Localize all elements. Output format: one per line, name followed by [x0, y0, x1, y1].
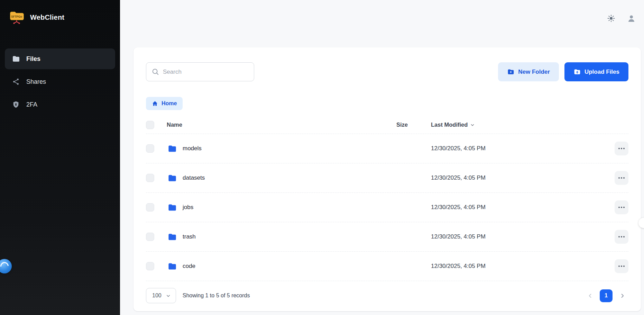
folder-icon: [167, 262, 177, 271]
row-checkbox[interactable]: [146, 174, 154, 182]
folder-icon: [167, 232, 177, 242]
file-name[interactable]: models: [183, 145, 202, 152]
new-folder-label: New Folder: [518, 69, 550, 75]
shield-icon: [12, 100, 20, 109]
files-toolbar: New Folder Upload Files: [146, 62, 628, 81]
file-name[interactable]: datasets: [183, 174, 205, 181]
table-row[interactable]: jobs 12/30/2025, 4:05 PM: [146, 193, 628, 222]
records-summary: Showing 1 to 5 of 5 records: [183, 292, 250, 299]
table-row[interactable]: trash 12/30/2025, 4:05 PM: [146, 222, 628, 252]
file-name[interactable]: code: [183, 263, 195, 270]
row-actions-button[interactable]: [615, 230, 628, 244]
file-modified: 12/30/2025, 4:05 PM: [431, 233, 607, 240]
row-checkbox[interactable]: [146, 233, 154, 241]
breadcrumb-home-label: Home: [162, 100, 177, 107]
new-folder-button[interactable]: New Folder: [498, 62, 559, 81]
file-name[interactable]: jobs: [183, 204, 193, 211]
page-size-value: 100: [152, 292, 162, 299]
sidebar-nav: Files Shares: [0, 32, 120, 115]
app-logo: SFTPGo WebClient: [0, 0, 120, 32]
sidebar-item-label: Files: [26, 55, 40, 63]
upload-files-button[interactable]: Upload Files: [564, 62, 628, 81]
share-nodes-icon: [12, 78, 20, 86]
table-row[interactable]: models 12/30/2025, 4:05 PM: [146, 134, 628, 163]
column-header-size[interactable]: Size: [393, 122, 431, 128]
chevron-left-icon: [587, 292, 594, 299]
folder-icon: [167, 173, 177, 183]
table-header: Name Size Last Modified: [146, 116, 628, 134]
folder-icon: [167, 144, 177, 153]
column-header-name[interactable]: Name: [163, 122, 393, 128]
chevron-right-icon: [619, 292, 626, 299]
row-actions-button[interactable]: [615, 259, 628, 273]
sidebar-item-label: Shares: [26, 78, 46, 86]
file-modified: 12/30/2025, 4:05 PM: [431, 204, 607, 211]
search-input[interactable]: [146, 62, 254, 81]
page-size-select[interactable]: 100: [146, 288, 176, 303]
sidebar-item-label: 2FA: [26, 101, 37, 108]
files-panel: New Folder Upload Files Home: [134, 47, 641, 311]
theme-toggle-button[interactable]: [607, 14, 616, 23]
pagination: 1: [585, 289, 628, 302]
row-checkbox[interactable]: [146, 144, 154, 153]
table-row[interactable]: code 12/30/2025, 4:05 PM: [146, 252, 628, 281]
sidebar-item-shares[interactable]: Shares: [5, 71, 115, 92]
sftpgo-logo-icon: SFTPGo: [9, 10, 25, 25]
svg-text:SFTPGo: SFTPGo: [11, 15, 22, 18]
folder-icon: [12, 55, 20, 63]
app-title: WebClient: [30, 14, 64, 21]
breadcrumb-home[interactable]: Home: [146, 97, 183, 110]
upload-icon: [573, 68, 581, 75]
folder-plus-icon: [507, 68, 514, 75]
sidebar: SFTPGo WebClient Files: [0, 0, 120, 315]
table-footer: 100 Showing 1 to 5 of 5 records 1: [146, 288, 628, 303]
main-content: New Folder Upload Files Home: [120, 0, 644, 315]
sidebar-item-2fa[interactable]: 2FA: [5, 94, 115, 115]
user-menu-button[interactable]: [627, 14, 636, 23]
file-modified: 12/30/2025, 4:05 PM: [431, 263, 607, 270]
sort-chevron-down-icon: [470, 123, 475, 127]
search-box: [146, 62, 254, 81]
row-checkbox[interactable]: [146, 203, 154, 212]
column-header-last-modified[interactable]: Last Modified: [431, 122, 607, 128]
previous-page-button[interactable]: [585, 291, 595, 300]
topbar: [607, 14, 636, 23]
file-modified: 12/30/2025, 4:05 PM: [431, 145, 607, 152]
file-name[interactable]: trash: [183, 233, 196, 240]
page-number-button[interactable]: 1: [600, 289, 613, 302]
breadcrumb: Home: [146, 97, 628, 110]
row-actions-button[interactable]: [615, 142, 628, 155]
select-all-checkbox[interactable]: [146, 121, 154, 129]
webclient-app: SFTPGo WebClient Files: [0, 0, 644, 315]
chevron-down-icon: [166, 293, 171, 298]
file-modified: 12/30/2025, 4:05 PM: [431, 174, 607, 181]
upload-files-label: Upload Files: [585, 69, 619, 75]
sidebar-item-files[interactable]: Files: [5, 48, 115, 69]
search-icon: [151, 68, 159, 75]
home-icon: [152, 100, 158, 107]
folder-icon: [167, 203, 177, 212]
row-checkbox[interactable]: [146, 262, 154, 270]
row-actions-button[interactable]: [615, 171, 628, 185]
row-actions-button[interactable]: [615, 200, 628, 214]
next-page-button[interactable]: [617, 291, 627, 300]
table-row[interactable]: datasets 12/30/2025, 4:05 PM: [146, 163, 628, 193]
